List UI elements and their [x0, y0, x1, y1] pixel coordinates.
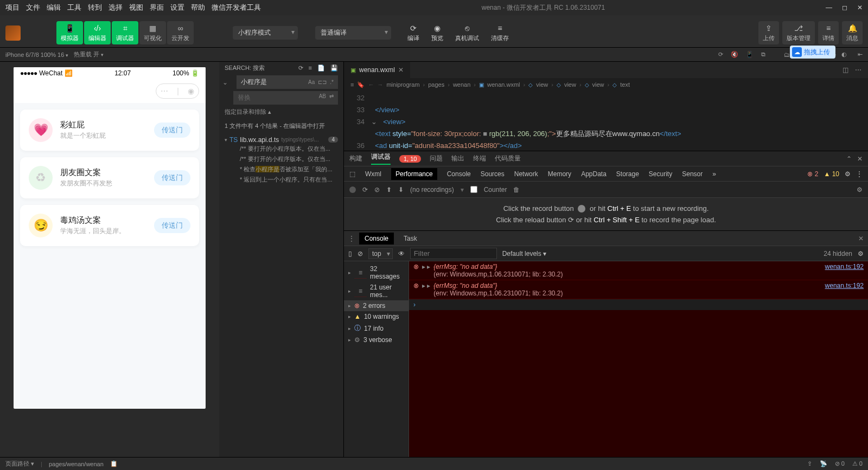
search-result-line[interactable]: * 检查小程序是否被添加至「我的...	[225, 164, 338, 175]
sim-mute-icon[interactable]: 🔇	[731, 51, 738, 58]
status-warnings[interactable]: ⚠ 0	[852, 460, 863, 467]
menu-project[interactable]: 项目	[5, 3, 20, 12]
new-file-icon[interactable]: 📄	[317, 65, 325, 72]
pagepath-value[interactable]: pages/wenan/wenan	[49, 461, 104, 467]
menu-tool[interactable]: 工具	[67, 3, 81, 12]
tab-close-icon[interactable]: ✕	[398, 66, 404, 74]
forward-icon[interactable]: →	[377, 81, 383, 88]
tab-sources[interactable]: Sources	[481, 170, 505, 178]
tab-debugger[interactable]: 调试器	[371, 152, 391, 165]
perf-reload-icon[interactable]: ⟳	[362, 186, 368, 194]
fill-icon[interactable]: ◐	[841, 51, 847, 58]
console-filter-row[interactable]: ▸ ≡ 21 user mes...	[344, 282, 409, 300]
context-selector[interactable]: top	[368, 248, 393, 259]
warning-badge[interactable]: ▲ 10	[824, 170, 839, 178]
simulator-button[interactable]: 📱模拟器	[56, 21, 83, 44]
debugger-button[interactable]: ⌗调试器	[112, 21, 138, 44]
breadcrumb[interactable]: ≡ 🔖 ← → miniprogram› pages› wenan› ▣wena…	[344, 78, 868, 91]
content-card[interactable]: 😏 毒鸡汤文案 学海无涯，回头是岸。 传送门	[20, 205, 199, 246]
console-error-message[interactable]: ⊗ ▸ ▸ {errMsg: "no ad data"}(env: Window…	[409, 280, 868, 299]
console-clear-icon[interactable]: ⊘	[358, 250, 363, 257]
more-editor-icon[interactable]: ⋯	[855, 66, 861, 74]
user-avatar[interactable]	[5, 25, 21, 41]
card-button[interactable]: 传送门	[154, 218, 190, 233]
tab-console[interactable]: Console	[447, 170, 471, 178]
tab-network[interactable]: Network	[514, 170, 538, 178]
tab-output[interactable]: 输出	[451, 154, 464, 163]
replace-input[interactable]: 替换 AB⇄	[233, 91, 338, 105]
code-content[interactable]: </view> ⌄ <view> <text style="font-size:…	[371, 91, 868, 151]
console-settings-icon[interactable]: ⚙	[858, 250, 864, 257]
levels-selector[interactable]: Default levels ▾	[502, 250, 546, 257]
drawer-kebab-icon[interactable]: ⋮	[348, 235, 355, 242]
save-search-icon[interactable]: 💾	[330, 65, 338, 72]
tab-appdata[interactable]: AppData	[581, 170, 607, 178]
live-expr-icon[interactable]: 👁	[398, 250, 405, 257]
hot-reload-toggle[interactable]: 热重载 开 ▾	[74, 50, 104, 59]
tab-wxml[interactable]: Wxml	[365, 170, 381, 178]
console-filter-row[interactable]: ▸ ▲ 10 warnings	[344, 311, 409, 322]
menu-wxdevtool[interactable]: 微信开发者工具	[212, 3, 261, 12]
content-card[interactable]: ♻ 朋友圈文案 发朋友圈不再发愁 传送门	[20, 157, 199, 198]
drawer-tab-task[interactable]: Task	[398, 233, 423, 244]
remote-debug-button[interactable]: ⎋真机调试	[451, 21, 483, 44]
content-card[interactable]: 💗 彩虹屁 就是一个彩虹屁 传送门	[20, 110, 199, 151]
outline-icon[interactable]: ≡	[350, 81, 354, 88]
editor-tab-active[interactable]: ▣ wenan.wxml ✕	[344, 62, 410, 78]
close-icon[interactable]: ✕	[857, 4, 863, 11]
drawer-close-icon[interactable]: ✕	[858, 235, 864, 242]
search-exclude-toggle[interactable]: 指定目录和排除 ▴	[219, 106, 343, 118]
whole-word-icon[interactable]: ⊏⊐	[318, 79, 327, 85]
counter-checkbox[interactable]	[470, 186, 477, 193]
status-upload-icon[interactable]: ⇪	[807, 460, 812, 467]
menu-edit[interactable]: 编辑	[47, 3, 61, 12]
menu-help[interactable]: 帮助	[191, 3, 205, 12]
drag-upload-pill[interactable]: ☁ 拖拽上传	[790, 46, 835, 59]
search-result-line[interactable]: /** 要打开的小程序版本。仅在当...	[225, 154, 338, 164]
drawer-tab-console[interactable]: Console	[359, 233, 394, 244]
perf-clear-icon[interactable]: ⊘	[374, 186, 380, 194]
hidden-count[interactable]: 24 hidden	[824, 250, 852, 257]
tab-build[interactable]: 构建	[349, 154, 362, 163]
compile-dropdown[interactable]: 普通编译	[315, 26, 391, 40]
console-filter-input[interactable]	[410, 248, 497, 259]
toggle-replace-icon[interactable]: ⌄	[219, 79, 231, 86]
menu-file[interactable]: 文件	[26, 3, 40, 12]
search-result-line[interactable]: * 返回到上一个小程序。只有在当...	[225, 175, 338, 185]
sim-refresh-icon[interactable]: ⟳	[718, 51, 723, 58]
capsule-menu[interactable]: ⋯|◉	[156, 83, 199, 99]
maximize-icon[interactable]: ◻	[842, 4, 847, 11]
search-input[interactable]: 小程序是 Aa⊏⊐.*	[237, 75, 338, 89]
error-badge[interactable]: ⊗ 2	[807, 170, 818, 178]
tab-problems[interactable]: 问题	[430, 154, 443, 163]
cloud-button[interactable]: ∞云开发	[167, 21, 194, 44]
menu-goto[interactable]: 转到	[88, 3, 102, 12]
devtools-settings-icon[interactable]: ⚙	[845, 170, 851, 178]
editor-button[interactable]: ‹/›编辑器	[84, 21, 111, 44]
console-messages[interactable]: ⊗ ▸ ▸ {errMsg: "no ad data"}(env: Window…	[409, 261, 868, 457]
message-button[interactable]: 🔔消息	[842, 21, 863, 44]
status-broadcast-icon[interactable]: 📡	[820, 460, 827, 467]
console-error-message[interactable]: ⊗ ▸ ▸ {errMsg: "no ad data"}(env: Window…	[409, 261, 868, 280]
console-filter-row[interactable]: ▸ ⓘ 17 info	[344, 322, 409, 334]
tab-sensor[interactable]: Sensor	[682, 170, 703, 178]
sim-device-icon[interactable]: 📱	[746, 51, 754, 58]
card-button[interactable]: 传送门	[154, 170, 190, 185]
tab-performance[interactable]: Performance	[391, 168, 437, 180]
status-errors[interactable]: ⊘ 0	[835, 460, 845, 467]
toggle-sidebar-icon[interactable]: ⇤	[858, 51, 863, 58]
console-filter-row[interactable]: ▸ ⚙ 3 verbose	[344, 334, 409, 345]
pagepath-copy-icon[interactable]: 📋	[110, 460, 118, 467]
split-editor-icon[interactable]: ◫	[843, 66, 848, 74]
capsule-close-icon[interactable]: ◉	[188, 87, 194, 95]
details-button[interactable]: ≡详情	[818, 21, 839, 44]
mode-dropdown[interactable]: 小程序模式	[233, 26, 298, 40]
source-link[interactable]: wenan.ts:192	[825, 282, 864, 297]
device-selector[interactable]: iPhone 6/7/8 100% 16 ▾	[5, 51, 68, 58]
compile-button[interactable]: ⟳编译	[403, 21, 424, 44]
search-result-line[interactable]: /** 要打开的小程序版本。仅在当...	[225, 144, 338, 154]
menu-settings[interactable]: 设置	[170, 3, 184, 12]
tab-security[interactable]: Security	[649, 170, 672, 178]
preview-button[interactable]: ◉预览	[427, 21, 448, 44]
search-result-summary[interactable]: 1 文件中有 4 个结果 - 在编辑器中打开	[219, 118, 343, 134]
